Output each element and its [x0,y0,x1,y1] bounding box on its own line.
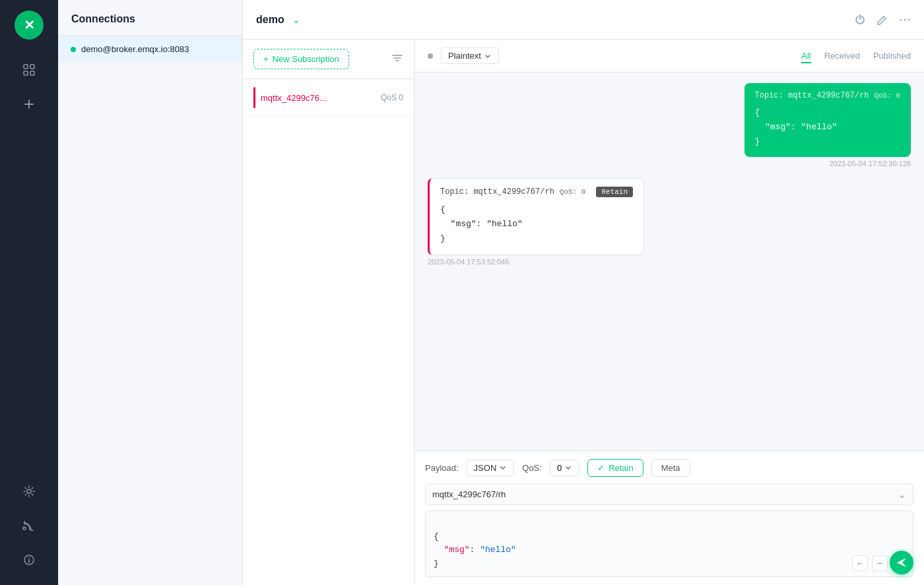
header-actions [854,14,911,26]
logo-mark: ✕ [24,17,35,33]
connection-title: demo [256,14,284,26]
payload-minus-button[interactable]: − [872,555,888,571]
settings-button[interactable] [15,477,44,506]
feed-button[interactable] [15,511,44,540]
received-body: { "msg": "hello"} [440,202,633,246]
meta-button[interactable]: Meta [651,459,690,477]
published-message-bubble: Topic: mqttx_4299c767/rh QoS: 0 { "msg":… [744,83,911,157]
format-label: Plaintext [448,51,481,61]
payload-line1: { [434,532,439,541]
svg-point-10 [900,18,902,20]
qos-label: QoS: [522,463,542,473]
meta-label: Meta [661,463,680,473]
retain-toggle-label: Retain [609,463,634,473]
content-split: + New Subscription mqttx_4299c76... QoS … [243,40,924,585]
messages-panel: Plaintext All Received Published [414,40,924,585]
topic-input[interactable] [432,489,898,499]
svg-point-11 [904,18,906,20]
connection-item[interactable]: demo@broker.emqx.io:8083 [58,36,242,62]
payload-line3: } [434,559,439,569]
compose-toolbar: Payload: JSON QoS: 0 ✓ Retain [425,459,913,477]
plus-icon: + [263,54,269,64]
connections-nav-button[interactable] [15,55,44,84]
qos-value: 0 [557,463,562,473]
svg-point-12 [908,18,909,20]
payload-format-select[interactable]: JSON [467,460,515,476]
svg-point-6 [27,489,31,493]
received-topic-line: Topic: mqttx_4299c767/rh QoS: 0 Retain [440,187,633,197]
tab-published[interactable]: Published [873,48,911,63]
sidebar: Connections demo@broker.emqx.io:8083 [58,0,243,585]
svg-rect-3 [30,71,34,75]
published-timestamp: 2023-05-04 17:52:30:128 [744,160,911,168]
payload-format-value: JSON [474,463,497,473]
messages-toolbar: Plaintext All Received Published [414,40,924,73]
format-indicator-dot [428,53,433,59]
subscription-list: mqttx_4299c76... QoS 0 [243,79,414,585]
qos-select[interactable]: 0 [550,460,579,476]
published-body: { "msg": "hello"} [755,106,900,149]
retain-badge: Retain [596,187,633,197]
retain-toggle-button[interactable]: ✓ Retain [587,459,644,477]
published-topic-line: Topic: mqttx_4299c767/rh QoS: 0 [755,91,900,100]
svg-rect-0 [24,65,28,69]
messages-list: Topic: mqttx_4299c767/rh QoS: 0 { "msg":… [414,73,924,450]
published-message: Topic: mqttx_4299c767/rh QoS: 0 { "msg":… [744,83,911,168]
svg-rect-1 [30,65,34,69]
header: demo ⌄ [243,0,924,40]
compose-area: Payload: JSON QoS: 0 ✓ Retain [414,450,924,585]
new-subscription-button[interactable]: + New Subscription [253,49,349,69]
format-selector[interactable]: Plaintext [441,47,499,64]
connection-name: demo@broker.emqx.io:8083 [81,44,189,54]
icon-bar: ✕ [0,0,58,585]
title-dropdown-icon[interactable]: ⌄ [292,15,300,25]
connection-status-dot [71,47,76,52]
app-logo[interactable]: ✕ [15,11,44,40]
payload-back-button[interactable]: ← [852,555,868,571]
subscription-topic: mqttx_4299c76... [261,93,376,103]
tab-received[interactable]: Received [824,48,860,63]
subscriptions-panel: + New Subscription mqttx_4299c76... QoS … [243,40,414,585]
new-subscription-label: New Subscription [273,54,339,64]
published-qos: QoS: 0 [874,92,900,100]
tab-all[interactable]: All [801,48,810,63]
payload-area: { "msg": "hello" } ← − + [425,510,913,577]
subscription-qos: QoS 0 [381,93,403,102]
send-button[interactable] [890,551,913,574]
payload-key: "msg" [434,545,470,555]
subscription-item[interactable]: mqttx_4299c76... QoS 0 [243,79,414,117]
retain-check-icon: ✓ [597,463,605,473]
payload-content[interactable]: { "msg": "hello" } [426,511,913,576]
info-button[interactable] [15,545,44,574]
main-area: demo ⌄ + New Subsc [243,0,924,585]
received-topic: Topic: mqttx_4299c767/rh [440,187,554,197]
topic-expand-icon[interactable]: ⌄ [898,488,906,501]
payload-value: "hello" [480,545,516,555]
message-tabs: All Received Published [801,48,911,63]
topic-input-row: ⌄ [425,483,913,505]
power-button[interactable] [854,14,866,26]
filter-icon[interactable] [391,52,403,67]
subscription-header: + New Subscription [243,40,414,79]
payload-label: Payload: [425,463,459,473]
sidebar-title: Connections [58,0,242,36]
svg-point-9 [28,557,30,559]
more-options-button[interactable] [899,14,911,26]
received-message-bubble: Topic: mqttx_4299c767/rh QoS: 0 Retain {… [428,178,644,255]
edit-button[interactable] [876,14,888,26]
received-qos: QoS: 0 [560,188,586,196]
subscription-color-indicator [253,87,255,108]
add-connection-button[interactable] [15,90,44,119]
received-message: Topic: mqttx_4299c767/rh QoS: 0 Retain {… [428,178,644,265]
published-topic: Topic: mqttx_4299c767/rh [755,91,869,100]
received-timestamp: 2023-05-04 17:53:52:046 [428,258,644,266]
svg-rect-2 [24,71,28,75]
